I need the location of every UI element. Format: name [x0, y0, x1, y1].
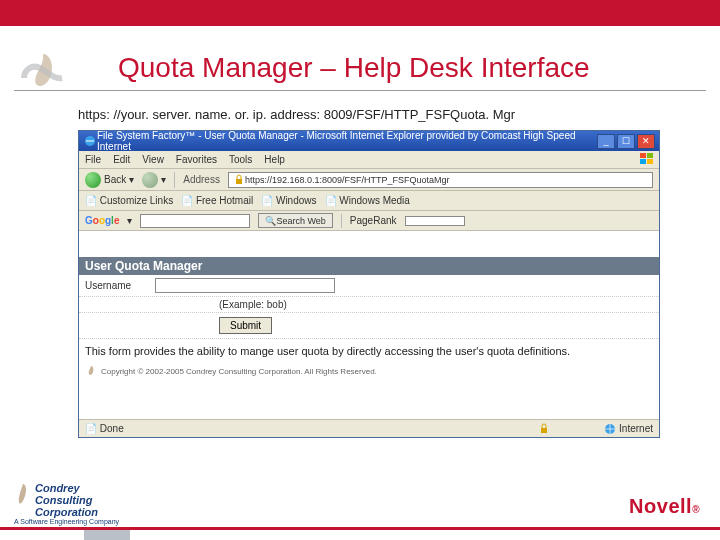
link-hotmail[interactable]: 📄 Free Hotmail [181, 195, 253, 206]
status-bar: 📄 Done Internet [79, 419, 659, 437]
condrey-logo: Condrey Consulting Corporation A Softwar… [14, 482, 119, 526]
novell-logo: Novell® [629, 495, 700, 518]
svg-rect-2 [647, 153, 653, 158]
address-bar[interactable]: https://192.168.0.1:8009/FSF/HTTP_FSFQuo… [228, 172, 653, 188]
google-logo-icon: Google [85, 215, 119, 226]
svg-rect-6 [541, 428, 547, 433]
svg-rect-4 [647, 159, 653, 164]
example-text: (Example: bob) [79, 297, 659, 313]
svg-rect-3 [640, 159, 646, 164]
internet-zone-icon [604, 423, 616, 435]
slide-title: Quota Manager – Help Desk Interface [118, 52, 720, 84]
page-content: User Quota Manager Username (Example: bo… [79, 257, 659, 419]
menu-edit[interactable]: Edit [113, 154, 130, 165]
link-windows[interactable]: 📄 Windows [261, 195, 316, 206]
link-customize[interactable]: 📄 Customize Links [85, 195, 173, 206]
close-button[interactable]: ✕ [637, 134, 655, 149]
window-titlebar: File System Factory™ - User Quota Manage… [79, 131, 659, 151]
back-button[interactable]: Back ▾ [85, 172, 134, 188]
pagerank-meter [405, 216, 465, 226]
status-zone: Internet [604, 423, 653, 435]
status-done: Done [100, 423, 124, 434]
username-row: Username [79, 275, 659, 297]
swirl-logo-icon [18, 48, 68, 98]
menu-tools[interactable]: Tools [229, 154, 252, 165]
content-header: User Quota Manager [79, 257, 659, 275]
address-value: https://192.168.0.1:8009/FSF/HTTP_FSFQuo… [245, 175, 450, 185]
menu-favorites[interactable]: Favorites [176, 154, 217, 165]
window-title: File System Factory™ - User Quota Manage… [97, 130, 595, 152]
pagerank-label: PageRank [350, 215, 397, 226]
username-label: Username [85, 280, 155, 291]
nav-toolbar: Back ▾ ▾ Address https://192.168.0.1:800… [79, 169, 659, 191]
menu-help[interactable]: Help [264, 154, 285, 165]
svg-rect-5 [236, 179, 242, 184]
link-windows-media[interactable]: 📄 Windows Media [325, 195, 410, 206]
ie-app-icon [83, 134, 97, 148]
top-accent-bar [0, 0, 720, 26]
address-label: Address [183, 174, 220, 185]
google-search-input[interactable] [140, 214, 250, 228]
condrey-logo-icon [14, 482, 32, 512]
menu-file[interactable]: File [85, 154, 101, 165]
minimize-button[interactable]: _ [597, 134, 615, 149]
menu-bar: File Edit View Favorites Tools Help [79, 151, 659, 169]
lock-icon [233, 174, 245, 186]
submit-button[interactable]: Submit [219, 317, 272, 334]
slide-footer: Condrey Consulting Corporation A Softwar… [0, 480, 720, 540]
title-rule [14, 90, 706, 91]
footer-tab [84, 530, 130, 540]
maximize-button[interactable]: ☐ [617, 134, 635, 149]
submit-row: Submit [79, 313, 659, 339]
menu-view[interactable]: View [142, 154, 164, 165]
links-toolbar: 📄 Customize Links 📄 Free Hotmail 📄 Windo… [79, 191, 659, 211]
copyright-row: Copyright © 2002-2005 Condrey Consulting… [79, 363, 659, 383]
search-web-button[interactable]: 🔍 Search Web [258, 213, 332, 228]
forward-button[interactable]: ▾ [142, 172, 166, 188]
google-toolbar: Google ▾ 🔍 Search Web PageRank [79, 211, 659, 231]
description-text: This form provides the ability to mange … [79, 339, 659, 363]
browser-window: File System Factory™ - User Quota Manage… [78, 130, 660, 438]
status-lock-icon [539, 423, 549, 434]
small-logo-icon [85, 365, 97, 377]
url-text: https: //your. server. name. or. ip. add… [78, 107, 720, 122]
svg-rect-1 [640, 153, 646, 158]
windows-flag-icon [639, 152, 655, 166]
username-input[interactable] [155, 278, 335, 293]
copyright-text: Copyright © 2002-2005 Condrey Consulting… [101, 367, 377, 376]
